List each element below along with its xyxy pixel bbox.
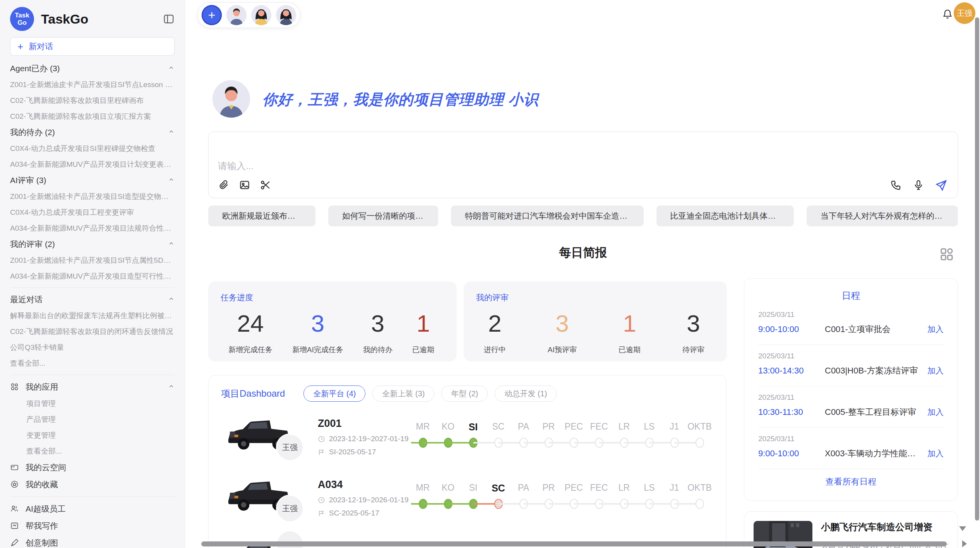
horizontal-scrollbar[interactable] <box>201 541 947 546</box>
stat-value: 3 <box>548 312 577 336</box>
sidebar-app-item[interactable]: 项目管理 <box>10 396 175 411</box>
sidebar-task-item[interactable]: Z001-全新燃油轻卡产品开发项目SI造型提交物评审 <box>10 188 175 204</box>
suggestion-chip-1[interactable]: 欧洲新规最近颁布了什么? <box>208 206 315 226</box>
suggestion-chip-4[interactable]: 比亚迪全固态电池计划具体说了什么 <box>656 206 794 226</box>
milestone-labels: MRKOSISCPAPRPECFECLRLSJ1OKTB <box>410 421 712 433</box>
sidebar-item-write[interactable]: 帮我写作 <box>10 517 175 534</box>
stat-card-title: 我的评审 <box>476 292 704 303</box>
sidebar-recent-item[interactable]: 公司Q3轻卡销量 <box>10 339 175 355</box>
send-icon[interactable] <box>935 179 947 192</box>
dashboard-tab-1[interactable]: 全新平台 (4) <box>303 385 365 402</box>
stat-value: 1 <box>412 312 434 336</box>
schedule-list: 2025/03/119:00-10:00C001-立项审批会加入2025/03/… <box>744 302 958 469</box>
vertical-scrollbar[interactable] <box>975 17 979 521</box>
sidebar-item-my-apps[interactable]: 我的应用 <box>10 378 175 396</box>
section-title: AI评审 <box>10 175 34 186</box>
sidebar-item-people[interactable]: AI超级员工 <box>10 500 175 517</box>
sidebar: Task Go TaskGo + 新对话 Agent已办(3)Z001-全新燃油… <box>0 0 185 548</box>
layout-grid-icon[interactable] <box>939 246 955 262</box>
dashboard-tab-3[interactable]: 年型 (2) <box>441 385 488 402</box>
sidebar-item-cloud[interactable]: 我的云空间 <box>10 459 175 476</box>
cloud-icon <box>10 463 19 472</box>
stat-value: 2 <box>484 312 506 336</box>
sidebar-collapse-icon[interactable] <box>163 13 175 25</box>
stat-label: 我的待办 <box>363 345 392 355</box>
apps-grid-icon <box>10 382 19 392</box>
session-avatar-3[interactable] <box>276 5 296 25</box>
sidebar-section-header-3[interactable]: 我的评审(2) <box>10 236 175 252</box>
milestone-labels: MRKOSISCPAPRPECFECLRLSJ1OKTB <box>410 483 712 494</box>
scissors-icon[interactable] <box>260 179 272 192</box>
sidebar-recent-header[interactable]: 最近对话 <box>10 291 175 308</box>
schedule-time: 13:00-14:30 <box>758 366 825 376</box>
stat-value: 3 <box>292 312 343 336</box>
sidebar-app-item[interactable]: 变更管理 <box>10 427 175 443</box>
sidebar-task-item[interactable]: A034-全新新能源MUV产品开发项目造型可行性评审 <box>10 268 175 284</box>
join-link[interactable]: 加入 <box>927 448 944 459</box>
session-avatar-2[interactable] <box>251 5 271 25</box>
join-link[interactable]: 加入 <box>927 324 944 335</box>
chat-input[interactable] <box>218 132 837 178</box>
sidebar-section-header-2[interactable]: AI评审(3) <box>10 172 175 188</box>
scroll-down-arrow-icon[interactable] <box>959 526 966 531</box>
suggestion-chip-5[interactable]: 当下年轻人对汽车外观有怎样的喜好趋势 <box>807 206 958 226</box>
sidebar-task-item[interactable]: A034-全新新能源MUV产品开发项目法规符合性评审 <box>10 220 175 236</box>
notification-bell-icon[interactable] <box>941 9 954 21</box>
stat-column: 3我的待办 <box>363 312 392 355</box>
task-progress-card: 任务进度24新增完成任务3新增AI完成任务3我的待办1已逾期 <box>208 281 457 361</box>
new-chat-button[interactable]: + 新对话 <box>10 37 175 56</box>
sidebar-task-item[interactable]: A034-全新新能源MUV产品开发项目计划变更表编写 <box>10 156 175 172</box>
divider <box>10 288 175 288</box>
join-link[interactable]: 加入 <box>927 407 944 418</box>
scroll-right-arrow-icon[interactable] <box>962 540 967 547</box>
milestone-label-SI: SI <box>461 421 486 433</box>
milestone-label-PR: PR <box>536 483 561 494</box>
view-all-schedule-link[interactable]: 查看所有日程 <box>744 476 958 488</box>
sidebar-task-item[interactable]: C0X4-动力总成开发项目工程变更评审 <box>10 204 175 220</box>
sidebar-recent-item[interactable]: 解释最新出台的欧盟报废车法规再生塑料比例被调至15%... <box>10 308 175 324</box>
stat-value: 1 <box>618 312 641 336</box>
sidebar-section-header-0[interactable]: Agent已办(3) <box>10 60 175 77</box>
user-avatar-badge[interactable]: 王强 <box>954 2 975 24</box>
sidebar-task-item[interactable]: Z001-全新燃油轻卡产品开发项目SI节点属性5D文件评审 <box>10 252 175 268</box>
chevron-up-icon <box>168 176 175 185</box>
session-avatar-1[interactable] <box>226 5 247 25</box>
phone-call-icon[interactable] <box>890 179 903 192</box>
sidebar-app-item[interactable]: 查看全部... <box>10 443 175 459</box>
dashboard-tab-2[interactable]: 全新上装 (3) <box>372 385 434 402</box>
join-link[interactable]: 加入 <box>927 365 944 376</box>
sidebar-task-sections: Agent已办(3)Z001-全新燃油皮卡产品开发项目SI节点Lesson Le… <box>10 60 175 284</box>
project-date-range: 2023-12-19~2027-01-19 <box>318 435 408 443</box>
suggestion-chip-2[interactable]: 如何写一份清晰的项目周报 <box>328 206 439 226</box>
sidebar-item-star[interactable]: 我的收藏 <box>10 476 175 493</box>
composer-left-tools <box>218 179 272 192</box>
dashboard-header: 项目Dashboard 全新平台 (4)全新上装 (3)年型 (2)动总开发 (… <box>221 385 557 402</box>
schedule-item: 2025/03/119:00-10:00C001-立项审批会加入 <box>758 303 944 345</box>
suggestion-chip-3[interactable]: 特朗普可能对进口汽车增税会对中国车企造成哪些影响 <box>451 206 643 226</box>
sidebar-recent-item[interactable]: C02-飞腾新能源轻客改款项目的闭环通告反馈情况 <box>10 324 175 339</box>
sidebar-section-header-1[interactable]: 我的待办(2) <box>10 124 175 140</box>
sidebar-task-item[interactable]: C0X4-动力总成开发项目SI里程碑提交物检查 <box>10 140 175 156</box>
add-session-button[interactable]: + <box>202 5 222 25</box>
sidebar-item-pen[interactable]: 创意制图 <box>10 534 175 548</box>
stat-value: 3 <box>363 312 392 336</box>
logo-text-2: Go <box>17 19 27 26</box>
project-owner-badge: 王强 <box>277 496 303 521</box>
project-rows: 王强Z0012023-12-19~2027-01-19SI-2025-05-17… <box>209 413 726 548</box>
schedule-time: 10:30-11:30 <box>758 407 825 417</box>
project-date-range: 2023-12-19~2026-01-19 <box>318 496 408 504</box>
stat-label: 新增AI完成任务 <box>292 345 343 355</box>
image-upload-icon[interactable] <box>239 179 251 192</box>
dashboard-tab-4[interactable]: 动总开发 (1) <box>495 385 557 402</box>
sidebar-recent-item[interactable]: 查看全部... <box>10 355 175 371</box>
stat-label: 待评审 <box>682 345 704 355</box>
sidebar-task-item[interactable]: C02-飞腾新能源轻客改款项目里程碑画布 <box>10 92 175 108</box>
attachment-icon[interactable] <box>218 179 230 192</box>
sidebar-task-item[interactable]: Z001-全新燃油皮卡产品开发项目SI节点Lesson Learn报告 <box>10 77 175 92</box>
milestone-date-text: SC-2025-05-17 <box>329 509 379 517</box>
session-avatars-bar: + <box>197 2 300 28</box>
sidebar-app-item[interactable]: 产品管理 <box>10 411 175 427</box>
microphone-icon[interactable] <box>913 179 925 192</box>
stat-column: 24新增完成任务 <box>228 312 272 355</box>
sidebar-task-item[interactable]: C02-飞腾新能源轻客改款项目立项汇报方案 <box>10 108 175 124</box>
